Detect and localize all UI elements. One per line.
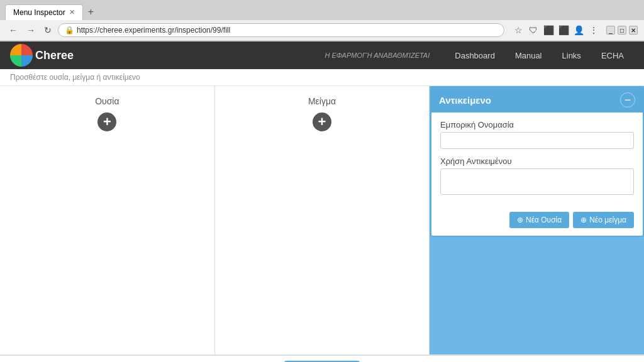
menu-icon[interactable]: ⋮: [587, 24, 600, 36]
main-content: Ουσία + Μείγμα + Αντικείμενο + Αντικείμε…: [0, 86, 644, 355]
app-navbar: Cheree Η ΕΦΑΡΜΟΓΉ ΑΝΑΒΑΘΜΊΖΕΤΑΙ Dashboar…: [0, 41, 644, 69]
ext-icon-1[interactable]: 🛡: [527, 24, 540, 36]
forward-button[interactable]: →: [24, 24, 38, 36]
profile-icon[interactable]: 👤: [572, 24, 585, 36]
use-group: Χρήση Αντικειμένου: [440, 156, 634, 197]
reload-button[interactable]: ↻: [42, 24, 54, 36]
new-substance-button[interactable]: ⊕ Νέα Ουσία: [509, 212, 569, 228]
url-text: https://cheree.experiments.gr/inspection…: [77, 26, 230, 35]
mixture-column: Μείγμα +: [215, 86, 430, 354]
subtitle-text: Προσθέστε ουσία, μείγμα ή αντικείμενο: [10, 73, 140, 82]
nav-manual[interactable]: Manual: [505, 43, 552, 69]
subtitle-bar: Προσθέστε ουσία, μείγμα ή αντικείμενο: [0, 69, 644, 86]
tab-close-icon[interactable]: ✕: [69, 8, 75, 16]
substance-column: Ουσία +: [0, 86, 215, 354]
nav-dashboard[interactable]: Dashboard: [445, 43, 505, 69]
close-icon: −: [625, 94, 631, 107]
item-form-header: Αντικείμενο −: [431, 87, 643, 112]
nav-links-item[interactable]: Links: [552, 43, 591, 69]
form-body: Εμπορική Ονομασία Χρήση Αντικειμένου: [431, 112, 643, 212]
new-mixture-button[interactable]: ⊕ Νέο μείγμα: [573, 212, 634, 228]
add-mixture-button[interactable]: +: [313, 112, 331, 131]
use-textarea[interactable]: [440, 168, 634, 195]
logo-icon: [10, 44, 33, 67]
bookmark-icon[interactable]: ☆: [512, 24, 525, 36]
close-button[interactable]: ✕: [629, 26, 638, 35]
tab-bar: Menu Inspector ✕ +: [0, 0, 644, 20]
browser-actions: ☆ 🛡 ⬛ ⬛ 👤 ⋮: [512, 24, 600, 36]
add-substance-icon: +: [103, 114, 111, 130]
logo-text: Cheree: [35, 49, 74, 62]
trade-name-label: Εμπορική Ονομασία: [440, 120, 634, 129]
browser-chrome: Menu Inspector ✕ + ← → ↻ 🔒 https://chere…: [0, 0, 644, 41]
add-mixture-icon: +: [318, 114, 326, 130]
substance-column-title: Ουσία: [95, 96, 119, 106]
ext-icon-2[interactable]: ⬛: [542, 24, 555, 36]
maximize-button[interactable]: □: [618, 26, 626, 35]
plus-icon-2: ⊕: [580, 216, 587, 224]
plus-icon: ⊕: [517, 216, 523, 224]
add-substance-button[interactable]: +: [97, 112, 116, 131]
url-box[interactable]: 🔒 https://cheree.experiments.gr/inspecti…: [58, 23, 504, 37]
ext-icon-3[interactable]: ⬛: [557, 24, 570, 36]
footer-bar: Επόμενο: [0, 355, 644, 362]
use-label: Χρήση Αντικειμένου: [440, 156, 634, 166]
window-controls: _ □ ✕: [606, 26, 638, 35]
back-button[interactable]: ←: [6, 24, 20, 36]
tab-label: Menu Inspector: [13, 8, 65, 17]
app-logo: Cheree: [10, 44, 74, 67]
address-bar: ← → ↻ 🔒 https://cheree.experiments.gr/in…: [0, 20, 644, 41]
nav-links: Dashboard Manual Links ECHA: [445, 43, 634, 69]
trade-name-input[interactable]: [440, 132, 634, 149]
lock-icon: 🔒: [65, 26, 74, 35]
update-notice: Η ΕΦΑΡΜΟΓΉ ΑΝΑΒΑΘΜΊΖΕΤΑΙ: [325, 52, 430, 59]
item-form: Αντικείμενο − Εμπορική Ονομασία Χρήση Αν…: [430, 86, 644, 237]
form-actions: ⊕ Νέα Ουσία ⊕ Νέο μείγμα: [431, 212, 643, 228]
form-close-button[interactable]: −: [620, 92, 635, 107]
item-form-title: Αντικείμενο: [439, 95, 491, 106]
minimize-button[interactable]: _: [606, 26, 615, 35]
mixture-column-title: Μείγμα: [308, 96, 336, 106]
trade-name-group: Εμπορική Ονομασία: [440, 120, 634, 149]
new-tab-button[interactable]: +: [83, 4, 99, 20]
active-tab[interactable]: Menu Inspector ✕: [5, 4, 83, 20]
nav-echa[interactable]: ECHA: [591, 43, 634, 69]
